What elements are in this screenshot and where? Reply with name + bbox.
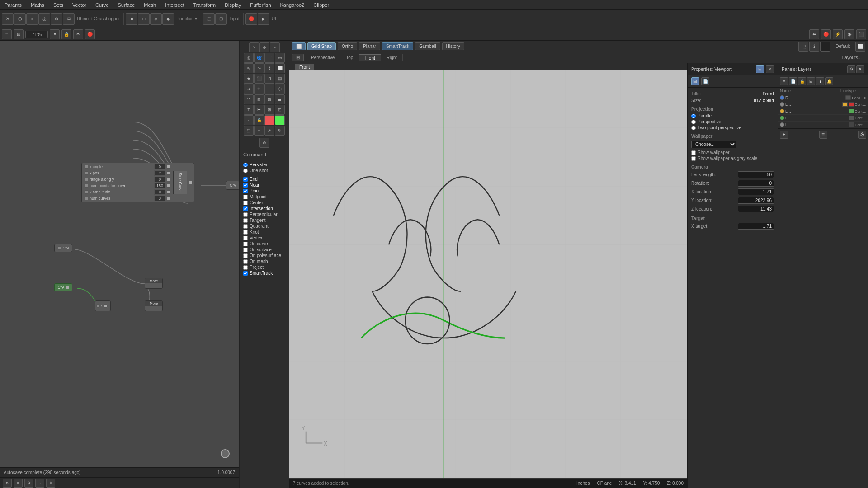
val-x-angle[interactable]: 0	[154, 164, 165, 169]
val-range[interactable]: 0	[154, 177, 165, 182]
menu-display[interactable]: Display	[220, 1, 245, 9]
ui-btn1[interactable]: 🔴	[245, 13, 257, 25]
snap-center-cb[interactable]	[243, 201, 248, 205]
node-small-2[interactable]: More	[145, 278, 163, 289]
mt-block[interactable]: ⊠	[264, 105, 274, 115]
input-btn1[interactable]: ⬚	[203, 13, 215, 25]
lock-btn[interactable]: 🔒	[61, 29, 71, 39]
snap-knot-cb[interactable]	[243, 230, 248, 235]
parallel-option[interactable]: Parallel	[691, 113, 774, 118]
lens-input[interactable]	[738, 171, 774, 178]
canvas-btn-arrow[interactable]: →	[35, 479, 44, 488]
xtarget-input[interactable]	[738, 223, 774, 230]
snap-tangent-cb[interactable]	[243, 218, 248, 223]
mt-arc[interactable]: ⌒	[264, 53, 274, 63]
snap-intersection-cb[interactable]	[243, 206, 248, 211]
input-btn2[interactable]: ⊟	[215, 13, 227, 25]
tab-front[interactable]: Front	[359, 54, 381, 61]
mt-grid[interactable]: ⊞	[254, 94, 264, 104]
props-icon-close[interactable]: ✕	[766, 65, 774, 73]
snap-on-surface[interactable]: On surface	[243, 247, 285, 253]
mt-vec1[interactable]: ↗	[264, 126, 274, 136]
props-tab-page[interactable]: 📄	[701, 77, 709, 85]
snap-project-cb[interactable]	[243, 265, 248, 270]
snap-persistent[interactable]: Persistent	[243, 162, 285, 168]
snap-vertex[interactable]: Vertex	[243, 235, 285, 241]
mt-box[interactable]: ⬡	[275, 84, 285, 94]
mt-pipe[interactable]: ⊓	[264, 74, 274, 84]
snap-on-polysurface[interactable]: On polysurf ace	[243, 253, 285, 258]
mt-plane[interactable]: ⬚	[244, 126, 254, 136]
val-numcurves[interactable]: 3	[154, 196, 165, 201]
canvas-btn-layer[interactable]: ≡	[14, 479, 23, 488]
perspective-option[interactable]: Perspective	[691, 119, 774, 124]
crv-node-green[interactable]: Crv	[54, 283, 72, 291]
snap-on-curve-cb[interactable]	[243, 242, 248, 246]
li-grid[interactable]: ⊞	[807, 77, 815, 85]
val-x-pos[interactable]: 2	[154, 170, 165, 176]
props-icon-view[interactable]: ⊟	[756, 65, 764, 73]
snap-vertex-cb[interactable]	[243, 236, 248, 240]
info-btn[interactable]: ℹ	[809, 42, 819, 52]
prim-btn3[interactable]: ◈	[150, 13, 162, 25]
snap-quadrant[interactable]: Quadrant	[243, 223, 285, 229]
menu-sets[interactable]: Sets	[49, 1, 68, 9]
crv-node-1[interactable]: Crv	[226, 181, 239, 190]
menu-maths[interactable]: Maths	[26, 1, 49, 9]
mt-cross[interactable]: ✚	[254, 84, 264, 94]
snap-intersection[interactable]: Intersection	[243, 206, 285, 211]
menu-pufferfish[interactable]: Pufferfish	[245, 1, 275, 9]
mt-color1[interactable]	[264, 115, 274, 125]
layer-row-4[interactable]: L... Conti...	[778, 122, 868, 128]
nav-btn5[interactable]: ⬛	[856, 29, 866, 39]
li-doc[interactable]: 📄	[789, 77, 797, 85]
snap-oneshot[interactable]: One shot	[243, 168, 285, 174]
nav-btn3[interactable]: ⚡	[833, 29, 843, 39]
show-gray-cb[interactable]	[691, 156, 696, 161]
mt-rect[interactable]: ▭	[275, 53, 285, 63]
mt-vec2[interactable]: ↻	[275, 126, 285, 136]
mt-pts[interactable]: ∷	[244, 94, 254, 104]
mt-color2[interactable]	[275, 115, 285, 125]
mt-arrow[interactable]: ⇒	[244, 84, 254, 94]
show-wallpaper-cb[interactable]	[691, 150, 696, 155]
mt-curve1[interactable]: ∿	[244, 63, 254, 73]
nav-btn2[interactable]: 🔴	[821, 29, 831, 39]
history-btn[interactable]: History	[442, 42, 464, 50]
wallpaper-select[interactable]: Choose...	[691, 141, 736, 148]
val-amp[interactable]: 0	[154, 189, 165, 195]
snap-smarttrack[interactable]: SmartTrack	[243, 270, 285, 276]
layers-icon-close[interactable]: ✕	[856, 65, 864, 73]
menu-kangaroo[interactable]: Kangaroo2	[276, 1, 309, 9]
ui-btn2[interactable]: ▶	[258, 13, 269, 25]
li-lock[interactable]: 🔒	[798, 77, 806, 85]
snap-near-cb[interactable]	[243, 183, 248, 188]
snap-smarttrack-cb[interactable]	[243, 271, 248, 276]
menu-intersect[interactable]: Intersect	[160, 1, 189, 9]
snap-on-polysurface-cb[interactable]	[243, 253, 248, 258]
geo-btn3[interactable]: ◎	[38, 13, 50, 25]
zloc-input[interactable]	[738, 206, 774, 212]
layer-row-0[interactable]: D... Conti... 0	[778, 94, 868, 101]
close-btn[interactable]: ✕	[2, 13, 14, 25]
snap-end[interactable]: End	[243, 176, 285, 182]
viewport-icon[interactable]: ⬜	[292, 42, 306, 50]
oneshot-radio[interactable]	[243, 169, 248, 173]
maximize-btn[interactable]: ⬜	[855, 42, 865, 52]
li-bell[interactable]: 🔔	[825, 77, 833, 85]
two-point-option[interactable]: Two point perspective	[691, 125, 774, 130]
restore-btn[interactable]: ⬚	[798, 42, 808, 52]
layer-row-2[interactable]: L... Conti...	[778, 108, 868, 115]
nav-btn4[interactable]: ◉	[844, 29, 854, 39]
gumball-btn[interactable]: Gumball	[415, 42, 440, 50]
snap-point[interactable]: Point	[243, 188, 285, 194]
mt-cursor[interactable]: ↖	[249, 42, 259, 52]
snap-midpoint-cb[interactable]	[243, 195, 248, 199]
layer-row-1[interactable]: L... Conti...	[778, 101, 868, 108]
snap-near[interactable]: Near	[243, 182, 285, 188]
menu-clipper[interactable]: Clipper	[309, 1, 334, 9]
layer-row-3[interactable]: L... Conti...	[778, 115, 868, 122]
layouts-btn[interactable]: Layouts...	[839, 55, 865, 60]
menu-vector[interactable]: Vector	[68, 1, 91, 9]
canvas-btn-settings[interactable]: ⚙	[24, 479, 33, 488]
